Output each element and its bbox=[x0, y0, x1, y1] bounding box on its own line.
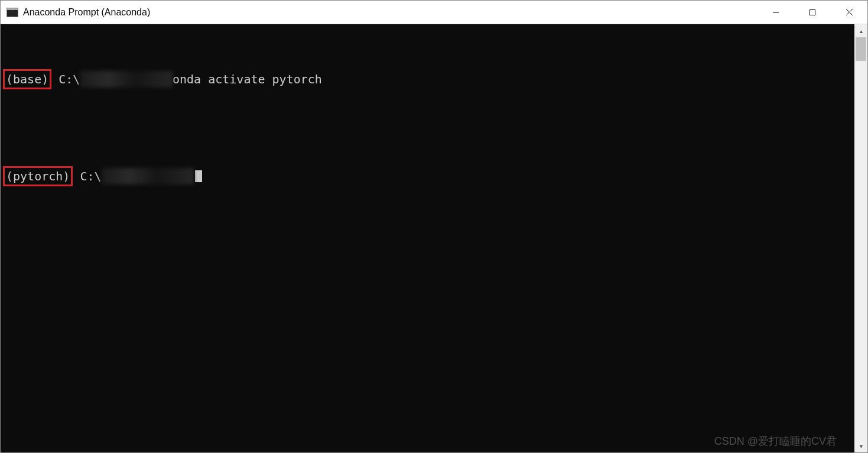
blank-line bbox=[3, 125, 854, 131]
title-left: Anaconda Prompt (Anaconda) bbox=[1, 7, 150, 18]
cursor bbox=[195, 170, 202, 182]
svg-rect-1 bbox=[810, 9, 815, 15]
close-button[interactable] bbox=[831, 1, 867, 24]
terminal[interactable]: (base) C:\XXXXXXXXXXXXXonda activate pyt… bbox=[1, 24, 854, 452]
scroll-up-icon[interactable]: ▴ bbox=[854, 24, 867, 37]
redacted-path-1: XXXXXXXXXXXXX bbox=[80, 71, 173, 88]
terminal-line-2: (pytorch) C:\XXXXXXXXXXXXX bbox=[3, 166, 854, 186]
terminal-wrap: (base) C:\XXXXXXXXXXXXXonda activate pyt… bbox=[1, 24, 867, 452]
env-pytorch-highlight: (pytorch) bbox=[3, 166, 73, 186]
command-tail: onda activate pytorch bbox=[173, 71, 322, 88]
env-base-highlight: (base) bbox=[3, 69, 51, 89]
minimize-button[interactable] bbox=[758, 1, 794, 24]
scroll-thumb[interactable] bbox=[856, 37, 866, 61]
terminal-line-1: (base) C:\XXXXXXXXXXXXXonda activate pyt… bbox=[3, 69, 854, 89]
redacted-path-2: XXXXXXXXXXXXX bbox=[102, 168, 194, 185]
prompt-prefix-2: C:\ bbox=[73, 168, 101, 185]
scroll-down-icon[interactable]: ▾ bbox=[854, 439, 867, 452]
terminal-icon bbox=[6, 8, 18, 17]
watermark: CSDN @爱打瞌睡的CV君 bbox=[714, 434, 837, 449]
window-controls bbox=[758, 1, 867, 24]
prompt-prefix-1: C:\ bbox=[51, 71, 80, 88]
maximize-button[interactable] bbox=[794, 1, 831, 24]
title-bar: Anaconda Prompt (Anaconda) bbox=[1, 1, 867, 24]
window-title: Anaconda Prompt (Anaconda) bbox=[23, 7, 150, 18]
scrollbar[interactable]: ▴ ▾ bbox=[854, 24, 867, 452]
